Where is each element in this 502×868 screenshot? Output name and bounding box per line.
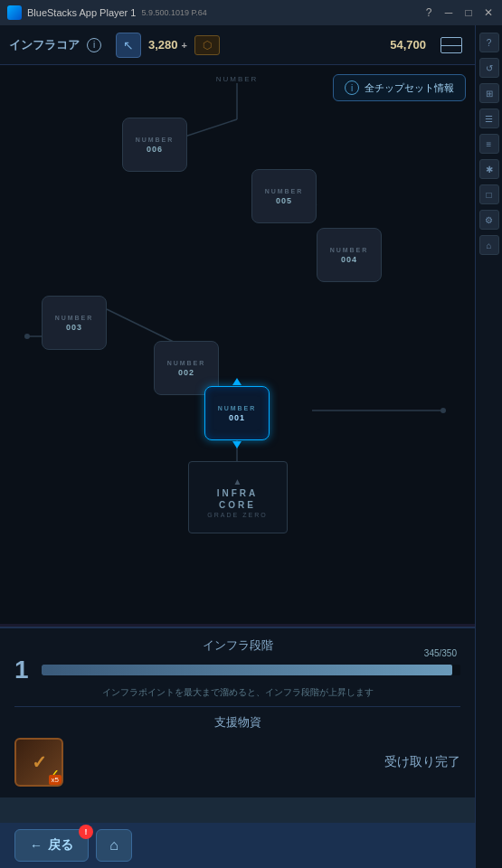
notif-badge: ! [79, 825, 93, 839]
sidebar-btn-6[interactable]: ✱ [479, 159, 499, 179]
collected-bar [0, 797, 475, 823]
sidebar-btn-1[interactable]: ? [479, 33, 499, 52]
progress-label: 345/350 [424, 648, 457, 658]
chip-info-icon: i [345, 80, 359, 95]
infra-stage-desc: インフラポイントを最大まで溜めると、インフラ段階が上昇します [14, 686, 460, 699]
maximize-button[interactable]: □ [462, 6, 475, 19]
node-006[interactable]: NUMBER 006 [122, 118, 187, 172]
title-bar-left: BlueStacks App Player 1 5.9.500.1019 P.6… [7, 5, 207, 20]
infra-core-title: INFRA [217, 488, 259, 498]
title-bar-controls: ? ─ □ ✕ [422, 6, 495, 19]
supply-item-symbol: ✓ [32, 751, 47, 773]
supplies-row: ✓ x5 受け取り完了 [14, 738, 460, 787]
sidebar-btn-settings[interactable]: ⚙ [479, 210, 499, 230]
mail-icon[interactable] [440, 37, 462, 53]
svg-line-5 [107, 309, 181, 345]
mail-container [440, 37, 462, 53]
title-bar: BlueStacks App Player 1 5.9.500.1019 P.6… [0, 0, 502, 25]
infracore-label: インフラコア [9, 37, 80, 53]
supplies-title: 支援物資 [14, 714, 460, 731]
node-004[interactable]: NUMBER 004 [317, 228, 382, 282]
infra-core-subtitle: GRADE ZERO [207, 512, 267, 518]
bluestacks-icon [7, 5, 22, 20]
chip-info-button[interactable]: i 全チップセット情報 [333, 74, 466, 101]
infra-stage-title: インフラ段階 [14, 637, 460, 654]
infra-core-arrow: ▲ [233, 476, 242, 486]
home-button[interactable]: ⌂ [96, 829, 132, 862]
progress-container: 345/350 [42, 665, 460, 675]
help-button[interactable]: ? [422, 6, 435, 19]
sidebar-btn-2[interactable]: ↺ [479, 58, 499, 78]
sidebar-btn-7[interactable]: □ [479, 184, 499, 204]
back-button-label: 戻る [48, 837, 73, 854]
sidebar-btn-5[interactable]: ≡ [479, 134, 499, 154]
cursor-icon[interactable]: ↖ [116, 33, 141, 58]
bottom-panel: インフラ段階 1 345/350 インフラポイントを最大まで溜めると、インフラ段… [0, 627, 475, 823]
progress-bar-fill [42, 665, 452, 675]
sidebar-btn-3[interactable]: ⊞ [479, 83, 499, 103]
info-icon[interactable]: i [87, 38, 101, 52]
infra-stage-section: インフラ段階 1 345/350 インフラポイントを最大まで溜めると、インフラ段… [0, 628, 475, 706]
infra-stage-row: 1 345/350 [14, 657, 460, 683]
game-header: インフラコア i ↖ 3,280 + ⬡ 54,700 [0, 25, 502, 65]
node-003[interactable]: NUMBER 003 [42, 296, 107, 350]
back-arrow-icon: ← [30, 838, 43, 853]
back-button[interactable]: ← 戻る ! [14, 829, 89, 862]
chip-icon: ⬡ [194, 35, 220, 55]
game-area: NUMBER i 全チップセット情報 NUMBER 006 [0, 65, 475, 624]
right-sidebar: ? ↺ ⊞ ☰ ≡ ✱ □ ⚙ ⌂ [475, 25, 502, 868]
currency1-value: 3,280 [148, 38, 178, 52]
supply-received-label: 受け取り完了 [72, 754, 460, 770]
node-005[interactable]: NUMBER 005 [251, 169, 317, 223]
coins-display: 54,700 [390, 38, 426, 52]
svg-point-9 [440, 408, 446, 413]
svg-text:NUMBER: NUMBER [216, 75, 259, 83]
progress-bar [42, 665, 460, 675]
sidebar-btn-home[interactable]: ⌂ [479, 235, 499, 255]
infra-core-title2: CORE [219, 500, 256, 510]
node-001[interactable]: NUMBER 001 [204, 386, 270, 440]
currency-plus: + [182, 40, 187, 51]
bottom-nav: ← 戻る ! ⌂ [0, 823, 475, 868]
sidebar-btn-4[interactable]: ☰ [479, 108, 499, 128]
app-version: 5.9.500.1019 P.64 [141, 8, 206, 17]
supplies-section: 支援物資 ✓ x5 受け取り完了 [0, 707, 475, 794]
chip-info-label: 全チップセット情報 [365, 81, 454, 95]
close-button[interactable]: ✕ [482, 6, 495, 19]
node-arrow-bottom [232, 441, 242, 448]
home-icon: ⌂ [109, 837, 118, 854]
infra-core: ▲ INFRA CORE GRADE ZERO [188, 461, 288, 533]
currency-display: 3,280 + [148, 38, 187, 52]
node-arrow-top [232, 378, 242, 385]
app-title: BlueStacks App Player 1 [27, 7, 136, 18]
minimize-button[interactable]: ─ [442, 6, 455, 19]
svg-point-11 [24, 334, 30, 339]
supply-item-badge: x5 [49, 775, 62, 785]
supply-item-icon[interactable]: ✓ x5 [14, 738, 63, 787]
infra-stage-number: 1 [14, 657, 33, 683]
